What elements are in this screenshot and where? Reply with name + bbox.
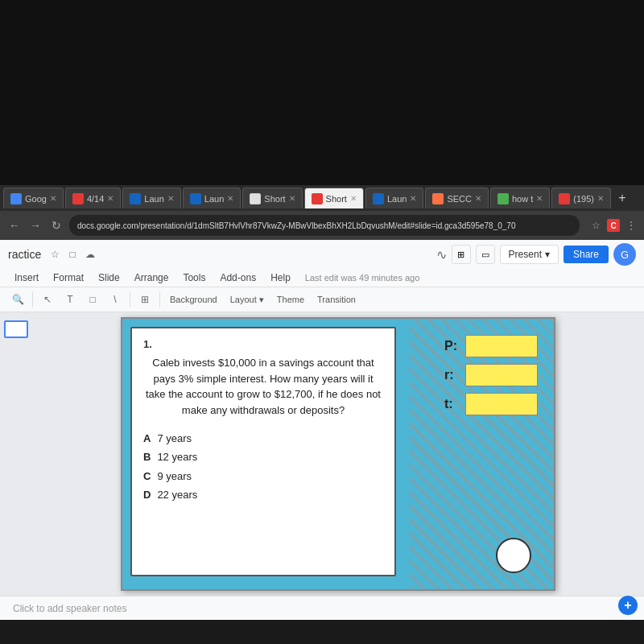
tab-goog[interactable]: Goog ✕ <box>3 188 64 208</box>
tab-close-195[interactable]: ✕ <box>597 194 604 203</box>
slides-canvas-area: 1. Caleb invests $10,000 in a savings ac… <box>32 312 644 596</box>
new-tab-button[interactable]: + <box>613 188 632 208</box>
text-tool[interactable]: T <box>60 290 80 309</box>
tab-icon-how <box>497 193 509 204</box>
browser-icons: ☆ C ⋮ <box>589 219 638 232</box>
forward-button[interactable]: → <box>27 217 43 233</box>
extension-icon-2[interactable]: ⋮ <box>625 219 638 232</box>
tab-icon-laun1 <box>130 193 141 204</box>
dark-background <box>0 0 644 185</box>
tab-laun3[interactable]: Laun ✕ <box>365 188 423 208</box>
tab-icon-414 <box>72 193 84 204</box>
menu-arrange[interactable]: Arrange <box>128 270 175 285</box>
variables-panel: P: r: t: <box>444 335 538 415</box>
star-icon[interactable]: ☆ <box>589 219 602 232</box>
tab-label-195: (195) <box>573 194 594 204</box>
tab-close-short2[interactable]: ✕ <box>350 194 357 203</box>
folder-icon[interactable]: □ <box>65 247 80 262</box>
slide-canvas[interactable]: 1. Caleb invests $10,000 in a savings ac… <box>121 317 555 591</box>
var-label-r: r: <box>444 368 460 382</box>
tab-secc[interactable]: SECC ✕ <box>425 188 489 208</box>
grid-view-icon[interactable]: ⊞ <box>452 245 471 264</box>
choice-c: C 9 years <box>143 467 383 485</box>
menu-format[interactable]: Format <box>47 270 90 285</box>
var-input-p[interactable] <box>465 335 538 357</box>
slides-title: ractice <box>8 248 41 261</box>
theme-btn[interactable]: Theme <box>272 293 309 306</box>
back-button[interactable]: ← <box>6 217 23 233</box>
tab-close-laun3[interactable]: ✕ <box>410 194 416 203</box>
slides-title-icons: ☆ □ ☁ <box>47 247 97 262</box>
tab-414[interactable]: 4/14 ✕ <box>65 188 121 208</box>
menu-help[interactable]: Help <box>264 270 297 285</box>
insert-image-btn[interactable]: ⊞ <box>135 290 155 309</box>
background-btn[interactable]: Background <box>165 293 222 306</box>
question-number: 1. <box>143 338 383 350</box>
answer-choices: A 7 years B 12 years C 9 years D 22 year… <box>143 429 383 505</box>
tab-close-414[interactable]: ✕ <box>107 194 114 203</box>
question-box: 1. Caleb invests $10,000 in a savings ac… <box>130 327 396 576</box>
tab-short2[interactable]: Short ✕ <box>304 188 364 208</box>
shapes-tool[interactable]: □ <box>83 290 102 309</box>
tab-label-goog: Goog <box>25 194 47 204</box>
variable-t: t: <box>444 393 538 415</box>
url-text: docs.google.com/presentation/d/1dmSltB7H… <box>77 221 515 230</box>
present-label: Present <box>509 249 542 260</box>
tab-195[interactable]: (195) ✕ <box>551 188 611 208</box>
var-label-t: t: <box>444 397 460 411</box>
tab-label-short1: Short <box>264 194 285 204</box>
speaker-notes-bar: Click to add speaker notes + <box>0 596 644 620</box>
layout-btn[interactable]: Layout ▾ <box>225 293 269 307</box>
browser-chrome: Goog ✕ 4/14 ✕ Laun ✕ Laun ✕ Short ✕ Shor… <box>0 185 644 240</box>
tab-label-414: 4/14 <box>87 194 104 204</box>
tab-close-how[interactable]: ✕ <box>536 194 543 203</box>
select-tool[interactable]: ↖ <box>38 290 57 309</box>
tab-icon-short1 <box>250 193 261 204</box>
tab-close-short1[interactable]: ✕ <box>289 194 295 203</box>
menu-addons[interactable]: Add-ons <box>213 270 262 285</box>
choice-letter-a: A <box>143 429 151 448</box>
tab-icon-laun3 <box>373 193 384 204</box>
add-button[interactable]: + <box>618 596 638 615</box>
variable-r: r: <box>444 364 538 386</box>
present-button[interactable]: Present ▾ <box>500 245 559 264</box>
menu-slide[interactable]: Slide <box>92 270 126 285</box>
tab-short1[interactable]: Short ✕ <box>242 188 302 208</box>
tab-laun1[interactable]: Laun ✕ <box>122 188 180 208</box>
var-input-r[interactable] <box>465 364 538 386</box>
question-text: Caleb invests $10,000 in a savings accou… <box>143 355 383 418</box>
choice-text-a: 7 years <box>157 429 192 448</box>
slide-thumbnail-1[interactable] <box>4 320 28 338</box>
slides-app: ractice ☆ □ ☁ ∿ ⊞ ▭ Present ▾ Share G In… <box>0 240 644 312</box>
wave-icon[interactable]: ∿ <box>436 247 447 262</box>
transition-btn[interactable]: Transition <box>312 293 361 306</box>
tab-label-laun1: Laun <box>144 194 163 204</box>
zoom-out-btn[interactable]: 🔍 <box>8 290 27 309</box>
tab-close-laun1[interactable]: ✕ <box>167 194 174 203</box>
choice-letter-d: D <box>143 485 151 504</box>
tab-close-goog[interactable]: ✕ <box>50 194 56 203</box>
menu-tools[interactable]: Tools <box>176 270 212 285</box>
var-input-t[interactable] <box>465 393 538 415</box>
tab-close-laun2[interactable]: ✕ <box>227 194 233 203</box>
last-edit-text: Last edit was 49 minutes ago <box>305 273 419 283</box>
tab-icon-195 <box>559 193 570 204</box>
choice-text-b: 12 years <box>157 448 197 466</box>
avatar[interactable]: G <box>613 243 636 266</box>
cloud-icon[interactable]: ☁ <box>83 247 97 262</box>
tab-label-laun2: Laun <box>204 194 224 204</box>
reload-button[interactable]: ↻ <box>48 217 64 233</box>
filmstrip-icon[interactable]: ▭ <box>476 245 495 264</box>
share-button[interactable]: Share <box>564 246 609 263</box>
tab-close-secc[interactable]: ✕ <box>475 194 481 203</box>
speaker-notes-text[interactable]: Click to add speaker notes <box>13 603 126 614</box>
url-bar[interactable]: docs.google.com/presentation/d/1dmSltB7H… <box>69 215 580 236</box>
menu-bar: Insert Format Slide Arrange Tools Add-on… <box>0 269 644 287</box>
extension-icon-1[interactable]: C <box>607 219 620 232</box>
line-tool[interactable]: \ <box>105 290 125 309</box>
present-chevron-icon: ▾ <box>545 249 550 260</box>
menu-insert[interactable]: Insert <box>8 270 45 285</box>
tab-laun2[interactable]: Laun ✕ <box>183 188 241 208</box>
star-slides-icon[interactable]: ☆ <box>47 247 62 262</box>
tab-how[interactable]: how t ✕ <box>490 188 550 208</box>
